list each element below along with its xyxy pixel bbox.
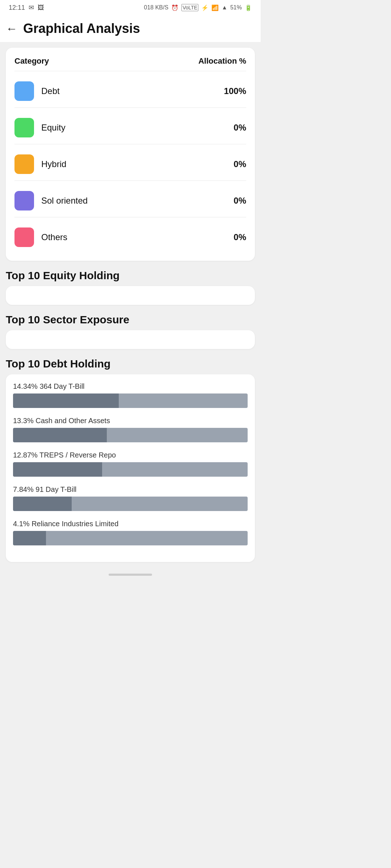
gallery-icon: 🖼 xyxy=(38,4,44,12)
debt-bar-label: 13.3% Cash and Other Assets xyxy=(13,417,248,425)
allocation-left: Hybrid xyxy=(14,154,66,174)
equity-empty-card xyxy=(6,286,255,305)
allocation-pct: 100% xyxy=(224,86,246,96)
debt-bar-label: 14.34% 364 Day T-Bill xyxy=(13,382,248,391)
category-color-swatch xyxy=(14,118,34,137)
debt-bar-fill xyxy=(13,428,107,442)
category-name: Debt xyxy=(41,86,60,96)
debt-bars: 14.34% 364 Day T-Bill 13.3% Cash and Oth… xyxy=(13,382,248,545)
network-speed: 018 KB/S xyxy=(144,4,169,11)
col-allocation-label: Allocation % xyxy=(198,56,246,66)
page-title: Graphical Analysis xyxy=(23,21,140,36)
row-divider xyxy=(14,107,246,108)
debt-bar-item: 14.34% 364 Day T-Bill xyxy=(13,382,248,408)
allocation-row: Others 0% xyxy=(14,222,246,252)
debt-bar-track xyxy=(13,428,248,442)
row-divider xyxy=(14,217,246,217)
status-time: 12:11 xyxy=(9,4,25,12)
debt-bar-track xyxy=(13,531,248,545)
bluetooth-icon: ⚡ xyxy=(201,4,209,11)
debt-bar-fill xyxy=(13,531,46,545)
battery-icon: 🔋 xyxy=(245,4,252,11)
category-color-swatch xyxy=(14,227,34,247)
debt-bar-fill xyxy=(13,393,119,408)
debt-bar-label: 12.87% TREPS / Reverse Repo xyxy=(13,451,248,459)
allocation-row: Debt 100% xyxy=(14,76,246,106)
debt-bar-fill xyxy=(13,462,102,477)
back-button[interactable]: ← xyxy=(6,22,17,35)
allocation-left: Debt xyxy=(14,81,60,101)
main-content: Category Allocation % Debt 100% Equity 0… xyxy=(0,42,261,568)
category-color-swatch xyxy=(14,191,34,210)
debt-bar-track xyxy=(13,497,248,511)
debt-bar-label: 7.84% 91 Day T-Bill xyxy=(13,485,248,494)
battery-pct: 51% xyxy=(230,4,242,11)
equity-heading: Top 10 Equity Holding xyxy=(6,269,255,282)
category-allocation-card: Category Allocation % Debt 100% Equity 0… xyxy=(6,48,255,261)
wifi-icon: 📶 xyxy=(211,4,219,11)
debt-bar-item: 12.87% TREPS / Reverse Repo xyxy=(13,451,248,477)
header-divider xyxy=(14,71,246,71)
category-name: Hybrid xyxy=(41,159,66,169)
volte-icon: VoLTE xyxy=(181,4,198,11)
debt-bar-track xyxy=(13,462,248,477)
debt-bar-item: 7.84% 91 Day T-Bill xyxy=(13,485,248,511)
allocation-row: Sol oriented 0% xyxy=(14,186,246,216)
debt-heading: Top 10 Debt Holding xyxy=(6,358,255,370)
debt-bar-item: 13.3% Cash and Other Assets xyxy=(13,417,248,442)
category-color-swatch xyxy=(14,81,34,101)
row-divider xyxy=(14,180,246,181)
category-name: Sol oriented xyxy=(41,196,88,206)
sector-empty-card xyxy=(6,330,255,349)
category-rows: Debt 100% Equity 0% Hybrid 0% Sol orient… xyxy=(14,76,246,252)
debt-bar-item: 4.1% Reliance Industries Limited xyxy=(13,520,248,545)
allocation-left: Others xyxy=(14,227,67,247)
allocation-row: Hybrid 0% xyxy=(14,149,246,179)
sector-heading: Top 10 Sector Exposure xyxy=(6,314,255,326)
allocation-left: Sol oriented xyxy=(14,191,88,210)
row-divider xyxy=(14,144,246,144)
allocation-pct: 0% xyxy=(234,232,246,242)
signal-icon: ▲ xyxy=(222,4,227,11)
allocation-pct: 0% xyxy=(234,123,246,133)
debt-bar-label: 4.1% Reliance Industries Limited xyxy=(13,520,248,528)
gmail-icon: ✉ xyxy=(29,4,34,12)
scroll-indicator xyxy=(0,568,261,579)
category-name: Others xyxy=(41,232,67,242)
alarm-icon: ⏰ xyxy=(171,4,178,11)
debt-bar-track xyxy=(13,393,248,408)
debt-bar-fill xyxy=(13,497,72,511)
scroll-bar xyxy=(109,574,152,576)
allocation-pct: 0% xyxy=(234,159,246,169)
col-category-label: Category xyxy=(14,56,49,66)
category-name: Equity xyxy=(41,123,66,133)
header: ← Graphical Analysis xyxy=(0,14,261,42)
allocation-pct: 0% xyxy=(234,196,246,206)
category-color-swatch xyxy=(14,154,34,174)
debt-holding-card: 14.34% 364 Day T-Bill 13.3% Cash and Oth… xyxy=(6,374,255,562)
allocation-left: Equity xyxy=(14,118,66,137)
status-bar: 12:11 ✉ 🖼 018 KB/S ⏰ VoLTE ⚡ 📶 ▲ 51% 🔋 xyxy=(0,0,261,14)
allocation-row: Equity 0% xyxy=(14,113,246,142)
